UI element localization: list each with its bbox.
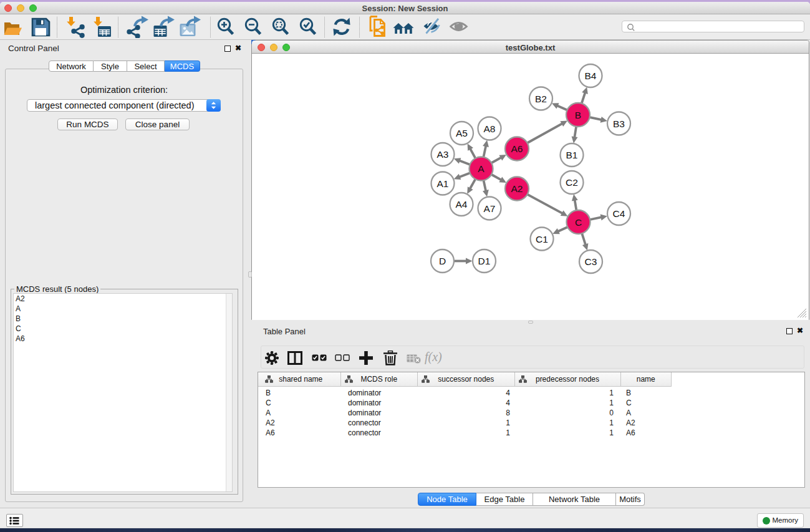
svg-text:C4: C4: [613, 208, 625, 219]
svg-text:D1: D1: [478, 256, 491, 266]
svg-text:A6: A6: [511, 143, 523, 154]
svg-text:A4: A4: [456, 199, 468, 210]
svg-text:C: C: [575, 217, 582, 228]
svg-text:A5: A5: [456, 128, 468, 138]
svg-text:A2: A2: [511, 183, 523, 194]
svg-text:A7: A7: [484, 203, 496, 214]
svg-text:B1: B1: [566, 150, 578, 160]
svg-text:D: D: [439, 256, 446, 266]
svg-text:B: B: [575, 110, 581, 120]
svg-text:B3: B3: [613, 118, 625, 129]
svg-text:C3: C3: [585, 256, 597, 267]
svg-text:A8: A8: [484, 123, 496, 134]
svg-text:A3: A3: [437, 149, 449, 160]
svg-text:C2: C2: [566, 177, 578, 188]
svg-text:B2: B2: [535, 94, 547, 104]
svg-text:A: A: [478, 163, 485, 174]
svg-text:A1: A1: [437, 178, 449, 189]
svg-text:C1: C1: [536, 234, 548, 244]
svg-text:B4: B4: [585, 70, 597, 81]
